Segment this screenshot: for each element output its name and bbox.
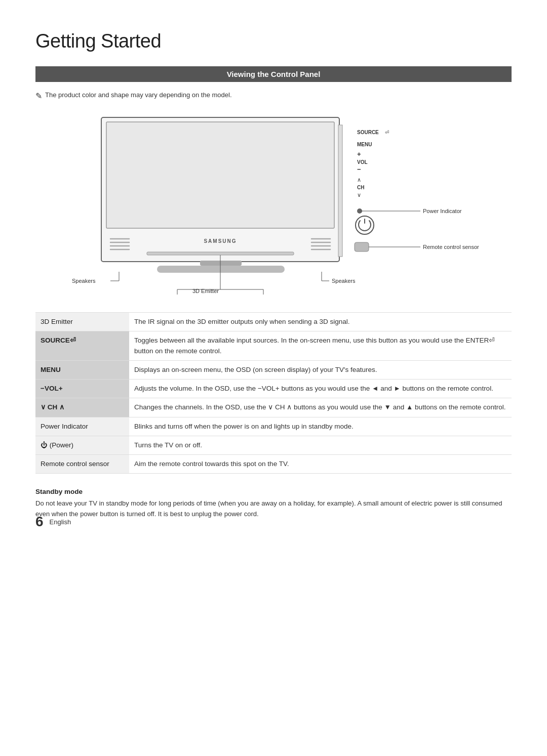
note-line: ✎ The product color and shape may vary d…: [35, 91, 512, 101]
section-header: Viewing the Control Panel: [35, 66, 512, 82]
diagram-area: SAMSUNG SOURCE ⏎: [35, 110, 512, 297]
table-row: Power IndicatorBlinks and turns off when…: [35, 417, 512, 436]
svg-text:Speakers: Speakers: [72, 278, 96, 284]
page-title: Getting Started: [35, 30, 512, 52]
standby-text: Do not leave your TV in standby mode for…: [35, 498, 512, 520]
svg-text:MENU: MENU: [357, 142, 372, 147]
table-row: 3D EmitterThe IR signal on the 3D emitte…: [35, 313, 512, 331]
table-key: Power Indicator: [35, 417, 129, 436]
table-key: 3D Emitter: [35, 313, 129, 331]
svg-rect-27: [355, 242, 369, 251]
standby-section: Standby mode Do not leave your TV in sta…: [35, 488, 512, 520]
table-value: Aim the remote control towards this spot…: [129, 455, 512, 474]
svg-point-25: [356, 216, 374, 234]
svg-text:+: +: [357, 150, 361, 158]
svg-text:∧: ∧: [357, 177, 361, 183]
svg-text:−: −: [357, 165, 361, 173]
svg-rect-0: [101, 117, 339, 262]
info-table: 3D EmitterThe IR signal on the 3D emitte…: [35, 312, 512, 474]
table-row: MENUDisplays an on-screen menu, the OSD …: [35, 360, 512, 379]
svg-point-24: [357, 208, 362, 214]
table-row: SOURCE⏎Toggles between all the available…: [35, 331, 512, 361]
svg-rect-14: [338, 125, 342, 257]
svg-text:Remote control sensor: Remote control sensor: [423, 244, 479, 250]
table-value: Changes the channels. In the OSD, use th…: [129, 398, 512, 417]
table-value: Adjusts the volume. In the OSD, use the …: [129, 380, 512, 398]
svg-text:∨: ∨: [357, 192, 361, 198]
table-key: ∨ CH ∧: [35, 398, 129, 417]
table-key: −VOL+: [35, 380, 129, 398]
svg-text:VOL: VOL: [357, 159, 368, 165]
standby-title: Standby mode: [35, 488, 512, 495]
table-value: Turns the TV on or off.: [129, 436, 512, 454]
svg-rect-1: [106, 122, 334, 228]
table-value: Toggles between all the available input …: [129, 331, 512, 361]
svg-text:SOURCE: SOURCE: [357, 130, 379, 135]
svg-rect-4: [157, 266, 285, 273]
svg-rect-13: [147, 252, 294, 255]
svg-text:Power Indicator: Power Indicator: [423, 208, 462, 214]
table-key: SOURCE⏎: [35, 331, 129, 361]
table-row: Remote control sensorAim the remote cont…: [35, 455, 512, 474]
table-row: ∨ CH ∧Changes the channels. In the OSD, …: [35, 398, 512, 417]
table-row: −VOL+Adjusts the volume. In the OSD, use…: [35, 380, 512, 398]
note-text: The product color and shape may vary dep…: [45, 91, 232, 99]
table-key: Remote control sensor: [35, 455, 129, 474]
table-value: Blinks and turns off when the power is o…: [129, 417, 512, 436]
note-icon: ✎: [35, 91, 42, 101]
svg-text:3D Emitter: 3D Emitter: [192, 288, 219, 294]
svg-text:CH: CH: [357, 185, 364, 190]
table-row: ⏻ (Power)Turns the TV on or off.: [35, 436, 512, 454]
svg-text:Speakers: Speakers: [332, 278, 356, 284]
svg-text:⏎: ⏎: [385, 130, 389, 135]
page-number-area: 6 English: [35, 514, 71, 530]
table-key: ⏻ (Power): [35, 436, 129, 454]
svg-rect-3: [200, 261, 242, 266]
svg-text:SAMSUNG: SAMSUNG: [204, 238, 237, 244]
table-key: MENU: [35, 360, 129, 379]
page-number-big: 6: [35, 514, 44, 530]
language-label: English: [50, 518, 71, 526]
table-value: Displays an on-screen menu, the OSD (on …: [129, 360, 512, 379]
table-value: The IR signal on the 3D emitter outputs …: [129, 313, 512, 331]
